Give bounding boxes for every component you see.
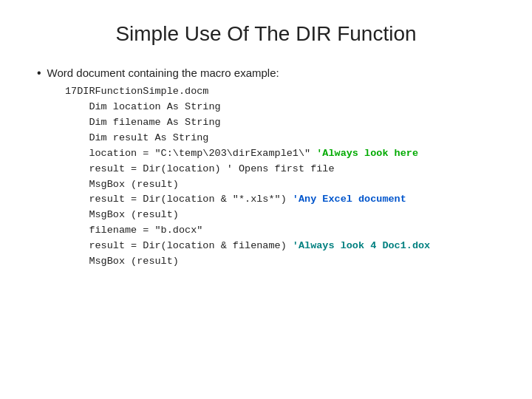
- code-line-11: MsgBox (result): [50, 254, 495, 270]
- code-line-9: filename = "b.docx": [50, 223, 495, 239]
- code-line-10: result = Dir(location & filename) 'Alway…: [50, 239, 495, 254]
- code-line-1: Dim location As String: [50, 100, 495, 115]
- code-line-7: result = Dir(location & "*.xls*") 'Any E…: [50, 192, 495, 208]
- code-line-3: Dim result As String: [50, 131, 495, 146]
- code-line-8: MsgBox (result): [50, 208, 495, 223]
- filename-line: 17DIRFunctionSimple.docm: [50, 84, 495, 100]
- comment-1: 'Always look here: [316, 148, 418, 159]
- code-line-5: result = Dir(location) ' Opens first fil…: [50, 162, 495, 177]
- code-line-2: Dim filename As String: [50, 115, 495, 131]
- bullet-intro: • Word document containing the macro exa…: [37, 66, 495, 80]
- comment-2: 'Any Excel document: [293, 194, 406, 205]
- bullet-dot: •: [37, 66, 41, 80]
- code-line-6: MsgBox (result): [50, 177, 495, 193]
- bullet-text: Word document containing the macro examp…: [47, 66, 279, 79]
- slide-container: Simple Use Of The DIR Function • Word do…: [0, 0, 532, 399]
- comment-3: 'Always look 4 Doc1.dox: [293, 240, 430, 251]
- slide-title: Simple Use Of The DIR Function: [37, 22, 495, 46]
- code-block: 17DIRFunctionSimple.docm Dim location As…: [50, 84, 495, 270]
- code-line-4: location = "C:\temp\203\dirExample1\" 'A…: [50, 146, 495, 162]
